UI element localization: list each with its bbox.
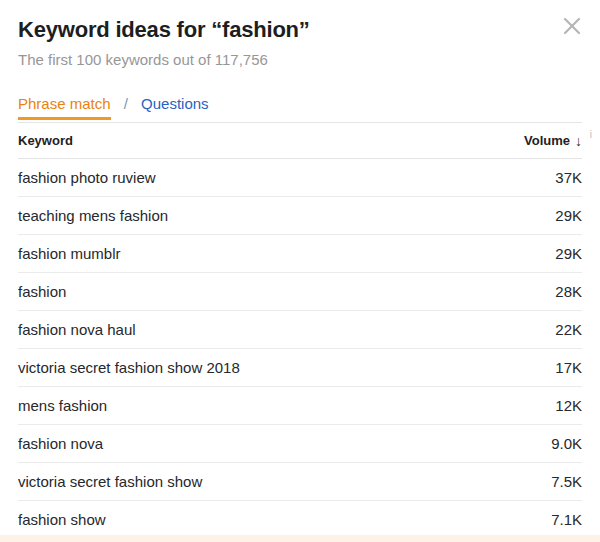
table-row: victoria secret fashion show 7.5K	[18, 463, 582, 501]
keyword-cell: fashion	[18, 283, 66, 300]
volume-cell: 7.1K	[551, 511, 582, 528]
result-count-subtitle: The first 100 keywords out of 117,756	[18, 50, 582, 70]
keyword-cell: victoria secret fashion show 2018	[18, 359, 240, 376]
tab-phrase-match[interactable]: Phrase match	[18, 95, 111, 120]
volume-cell: 9.0K	[551, 435, 582, 452]
volume-cell: 12K	[555, 397, 582, 414]
info-icon[interactable]: i	[590, 129, 592, 140]
tab-separator: /	[124, 95, 128, 112]
table-row: fashion 28K	[18, 273, 582, 311]
volume-cell: 37K	[555, 169, 582, 186]
volume-cell: 17K	[555, 359, 582, 376]
table-row: fashion mumblr 29K	[18, 235, 582, 273]
sort-descending-icon: ↓	[575, 134, 582, 148]
table-row: fashion nova haul 22K	[18, 311, 582, 349]
keyword-cell: fashion photo ruview	[18, 169, 156, 186]
table-row: fashion nova 9.0K	[18, 425, 582, 463]
column-header-keyword[interactable]: Keyword	[18, 133, 73, 148]
keywords-table: Keyword Volume ↓ i fashion photo ruview …	[18, 123, 582, 539]
table-row: fashion show 7.1K	[18, 501, 582, 539]
keyword-cell: fashion show	[18, 511, 106, 528]
column-header-volume[interactable]: Volume ↓ i	[524, 133, 582, 148]
volume-cell: 22K	[555, 321, 582, 338]
keyword-cell: mens fashion	[18, 397, 107, 414]
column-header-volume-label: Volume	[524, 133, 570, 148]
close-icon	[562, 16, 582, 36]
keyword-cell: fashion nova	[18, 435, 103, 452]
table-row: teaching mens fashion 29K	[18, 197, 582, 235]
modal-header: Keyword ideas for “fashion” The first 10…	[0, 0, 600, 70]
volume-cell: 29K	[555, 207, 582, 224]
keyword-ideas-modal: Keyword ideas for “fashion” The first 10…	[0, 0, 600, 542]
keyword-cell: victoria secret fashion show	[18, 473, 202, 490]
close-button[interactable]	[560, 14, 584, 38]
table-row: mens fashion 12K	[18, 387, 582, 425]
report-tabs: Phrase match / Questions	[18, 95, 582, 123]
keyword-cell: fashion nova haul	[18, 321, 136, 338]
next-row-hover-strip	[0, 535, 600, 542]
table-header-row: Keyword Volume ↓ i	[18, 123, 582, 159]
keyword-cell: teaching mens fashion	[18, 207, 168, 224]
keyword-cell: fashion mumblr	[18, 245, 121, 262]
page-title: Keyword ideas for “fashion”	[18, 16, 582, 43]
volume-cell: 7.5K	[551, 473, 582, 490]
volume-cell: 29K	[555, 245, 582, 262]
volume-cell: 28K	[555, 283, 582, 300]
table-row: victoria secret fashion show 2018 17K	[18, 349, 582, 387]
tab-questions[interactable]: Questions	[141, 95, 209, 113]
table-row: fashion photo ruview 37K	[18, 159, 582, 197]
